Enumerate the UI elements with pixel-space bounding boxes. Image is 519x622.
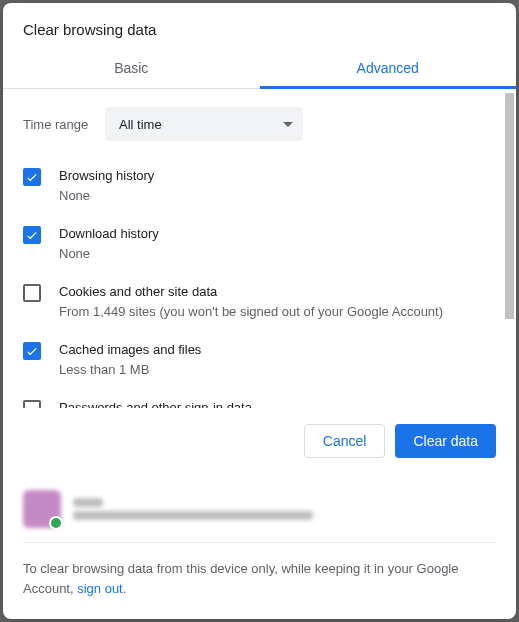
option-label: Cached images and files: [59, 341, 201, 359]
account-info: [73, 498, 313, 520]
account-row: [23, 476, 496, 543]
check-icon: [25, 344, 39, 358]
tab-basic[interactable]: Basic: [3, 50, 260, 88]
option-sub: Less than 1 MB: [59, 361, 201, 379]
option-label: Browsing history: [59, 167, 154, 185]
time-range-value: All time: [119, 117, 162, 132]
option-passwords: Passwords and other sign-in data 24 pass…: [23, 399, 496, 408]
check-icon: [25, 170, 39, 184]
checkbox-download-history[interactable]: [23, 226, 41, 244]
clear-data-button[interactable]: Clear data: [395, 424, 496, 458]
sync-badge-icon: [49, 516, 63, 530]
chevron-down-icon: [283, 122, 293, 127]
option-sub: From 1,449 sites (you won't be signed ou…: [59, 303, 443, 321]
sign-out-link[interactable]: sign out: [77, 581, 123, 596]
avatar: [23, 490, 61, 528]
time-range-select[interactable]: All time: [105, 107, 303, 141]
option-cached: Cached images and files Less than 1 MB: [23, 341, 496, 379]
checkbox-cached[interactable]: [23, 342, 41, 360]
dialog-title: Clear browsing data: [3, 3, 516, 50]
checkbox-cookies[interactable]: [23, 284, 41, 302]
signout-note: To clear browsing data from this device …: [23, 543, 496, 619]
option-download-history: Download history None: [23, 225, 496, 263]
option-cookies: Cookies and other site data From 1,449 s…: [23, 283, 496, 321]
time-range-label: Time range: [23, 117, 105, 132]
clear-browsing-data-dialog: Clear browsing data Basic Advanced Time …: [3, 3, 516, 619]
checkbox-browsing-history[interactable]: [23, 168, 41, 186]
scrollbar-thumb[interactable]: [505, 93, 514, 319]
dialog-footer: Cancel Clear data To clear browsing data…: [3, 408, 516, 619]
option-label: Passwords and other sign-in data: [59, 399, 252, 408]
option-sub: None: [59, 187, 154, 205]
option-label: Download history: [59, 225, 159, 243]
check-icon: [25, 228, 39, 242]
checkbox-passwords[interactable]: [23, 400, 41, 408]
tab-advanced[interactable]: Advanced: [260, 50, 517, 88]
option-browsing-history: Browsing history None: [23, 167, 496, 205]
cancel-button[interactable]: Cancel: [304, 424, 386, 458]
options-scroll-area: Time range All time Browsing history Non…: [3, 89, 516, 408]
option-sub: None: [59, 245, 159, 263]
option-label: Cookies and other site data: [59, 283, 443, 301]
tabs: Basic Advanced: [3, 50, 516, 89]
time-range-row: Time range All time: [23, 107, 496, 141]
